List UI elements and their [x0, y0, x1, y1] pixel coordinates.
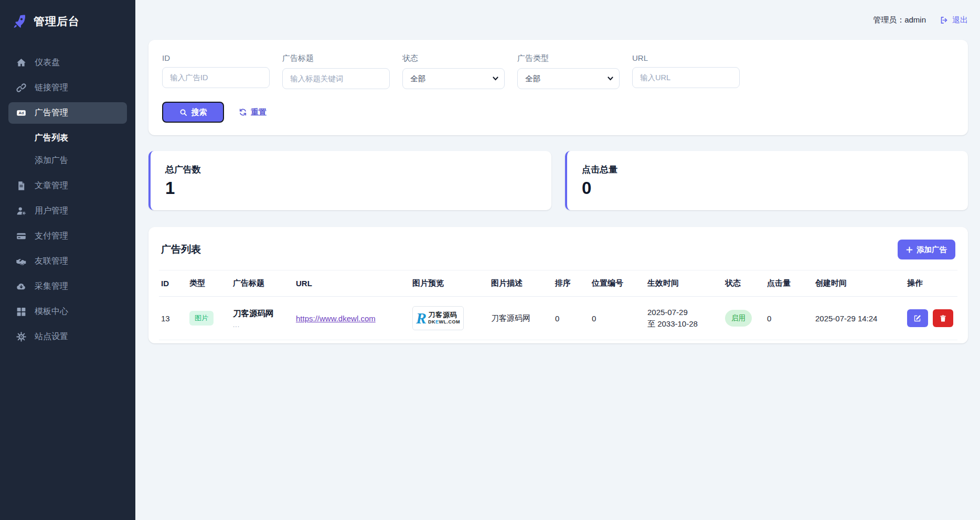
delete-button[interactable] — [933, 309, 954, 327]
edit-button[interactable] — [907, 309, 928, 327]
col-status: 状态 — [723, 270, 765, 297]
filter-card: ID 广告标题 状态 全部 广告类型 全部 — [148, 40, 968, 135]
stat-value: 0 — [582, 179, 953, 198]
sidebar-menu: 仪表盘 链接管理 Ad 广告管理 广告列表 添加广告 文章管理 用户管理 支付管… — [0, 48, 135, 351]
cell-actions — [905, 297, 957, 340]
status-select[interactable]: 全部 — [402, 68, 505, 89]
ad-image-preview[interactable]: R 刀客源码 DKEWL.COM — [412, 306, 464, 330]
main-content: 管理员：admin 退出 ID 广告标题 状态 全部 — [135, 0, 980, 520]
cell-title: 刀客源码网 ... — [231, 297, 294, 340]
refresh-icon — [239, 108, 247, 116]
home-icon — [16, 57, 27, 68]
effective-to: 至 2033-10-28 — [647, 318, 719, 330]
table-row: 13 图片 刀客源码网 ... https://www.dkewl.com R … — [159, 297, 957, 340]
filter-label: ID — [162, 53, 270, 62]
logout-icon — [940, 16, 949, 25]
cell-effective-time: 2025-07-29 至 2033-10-28 — [645, 297, 723, 340]
col-preview: 图片预览 — [410, 270, 489, 297]
stat-card-total-ads: 总广告数 1 — [148, 151, 551, 210]
sidebar-item-label: 广告管理 — [35, 107, 68, 118]
filter-field-ad-type: 广告类型 全部 — [517, 53, 620, 89]
cell-created: 2025-07-29 14:24 — [813, 297, 905, 340]
gear-icon — [16, 331, 27, 342]
filter-label: 广告类型 — [517, 53, 620, 63]
sidebar-item-payments[interactable]: 支付管理 — [8, 225, 127, 247]
sidebar-item-site-settings[interactable]: 站点设置 — [8, 326, 127, 348]
col-title: 广告标题 — [231, 270, 294, 297]
col-description: 图片描述 — [489, 270, 553, 297]
filter-field-status: 状态 全部 — [402, 53, 505, 89]
search-button[interactable]: 搜索 — [162, 102, 224, 123]
ad-type-select[interactable]: 全部 — [517, 68, 620, 89]
col-actions: 操作 — [905, 270, 957, 297]
sidebar-item-collect[interactable]: 采集管理 — [8, 276, 127, 297]
filter-label: 广告标题 — [282, 53, 390, 63]
sidebar-item-ads[interactable]: Ad 广告管理 — [8, 102, 127, 124]
stat-card-total-clicks: 点击总量 0 — [565, 151, 968, 210]
ad-title-text: 刀客源码网 — [233, 308, 290, 319]
sidebar-item-label: 采集管理 — [35, 281, 68, 292]
col-url: URL — [294, 270, 410, 297]
col-clicks: 点击量 — [765, 270, 813, 297]
search-icon — [179, 109, 187, 116]
cell-clicks: 0 — [765, 297, 813, 340]
app-title: 管理后台 — [34, 14, 80, 29]
logout-button[interactable]: 退出 — [940, 15, 968, 25]
sidebar-item-label: 链接管理 — [35, 82, 68, 93]
app-logo: 管理后台 — [0, 0, 135, 35]
ad-list-card: 广告列表 添加广告 ID 类型 广告标题 URL 图片预览 图片描述 — [148, 227, 968, 343]
sidebar-item-label: 站点设置 — [35, 331, 68, 342]
sidebar-item-dashboard[interactable]: 仪表盘 — [8, 52, 127, 73]
cell-url: https://www.dkewl.com — [294, 297, 410, 340]
sidebar-item-friend-links[interactable]: 友联管理 — [8, 251, 127, 272]
filter-field-title: 广告标题 — [282, 53, 390, 89]
admin-label: 管理员：admin — [873, 15, 926, 25]
table-header-row: ID 类型 广告标题 URL 图片预览 图片描述 排序 位置编号 生效时间 状态… — [159, 270, 957, 297]
ad-id-input[interactable] — [162, 67, 270, 88]
col-position: 位置编号 — [590, 270, 645, 297]
svg-text:Ad: Ad — [19, 111, 24, 115]
add-ad-button[interactable]: 添加广告 — [898, 240, 955, 259]
file-icon — [16, 180, 27, 191]
table-title: 广告列表 — [161, 243, 201, 256]
grid-icon — [16, 306, 27, 317]
preview-logo-glyph: R — [416, 310, 427, 326]
sidebar-item-ad-list[interactable]: 广告列表 — [8, 127, 127, 149]
ad-title-more: ... — [233, 321, 290, 329]
stat-value: 1 — [165, 179, 537, 198]
preview-en-text: DKEWL.COM — [428, 319, 460, 325]
sidebar: 管理后台 仪表盘 链接管理 Ad 广告管理 广告列表 添加广告 文章管理 用户管… — [0, 0, 135, 520]
cloud-download-icon — [16, 281, 27, 292]
plus-icon — [906, 246, 913, 253]
search-button-label: 搜索 — [191, 107, 207, 117]
stats-row: 总广告数 1 点击总量 0 — [148, 151, 968, 210]
sidebar-item-articles[interactable]: 文章管理 — [8, 175, 127, 197]
credit-card-icon — [16, 231, 27, 242]
type-badge: 图片 — [189, 311, 214, 326]
trash-icon — [939, 315, 947, 322]
sidebar-item-label: 友联管理 — [35, 256, 68, 267]
rocket-icon — [12, 14, 27, 29]
col-created: 创建时间 — [813, 270, 905, 297]
status-badge: 启用 — [725, 310, 752, 327]
cell-type: 图片 — [187, 297, 231, 340]
user-gear-icon — [16, 205, 27, 216]
sidebar-item-label: 文章管理 — [35, 180, 68, 191]
url-input[interactable] — [632, 67, 740, 88]
ad-table: ID 类型 广告标题 URL 图片预览 图片描述 排序 位置编号 生效时间 状态… — [159, 270, 957, 340]
sidebar-item-add-ad[interactable]: 添加广告 — [8, 150, 127, 171]
ad-url-link[interactable]: https://www.dkewl.com — [296, 314, 376, 323]
sidebar-item-users[interactable]: 用户管理 — [8, 200, 127, 222]
cell-description: 刀客源码网 — [489, 297, 553, 340]
cell-sort: 0 — [553, 297, 590, 340]
reset-button[interactable]: 重置 — [239, 107, 267, 117]
add-ad-button-label: 添加广告 — [917, 245, 947, 255]
ad-title-input[interactable] — [282, 68, 390, 89]
col-effective-time: 生效时间 — [645, 270, 723, 297]
sidebar-item-templates[interactable]: 模板中心 — [8, 301, 127, 322]
stat-title: 总广告数 — [165, 164, 537, 176]
sidebar-item-label: 模板中心 — [35, 306, 68, 317]
cell-preview: R 刀客源码 DKEWL.COM — [410, 297, 489, 340]
sidebar-item-links[interactable]: 链接管理 — [8, 77, 127, 99]
sidebar-item-label: 仪表盘 — [35, 57, 60, 68]
